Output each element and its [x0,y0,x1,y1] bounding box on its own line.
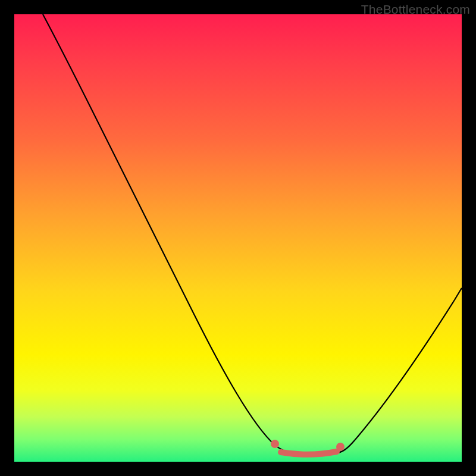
curve-layer [14,14,462,462]
chart-frame: TheBottleneck.com [0,0,476,476]
watermark-text: TheBottleneck.com [361,2,470,17]
flat-marker-segment [281,452,337,455]
bottleneck-curve [43,14,462,453]
plot-area [14,14,462,462]
flat-marker-start [271,440,279,448]
flat-marker-end [336,443,345,451]
